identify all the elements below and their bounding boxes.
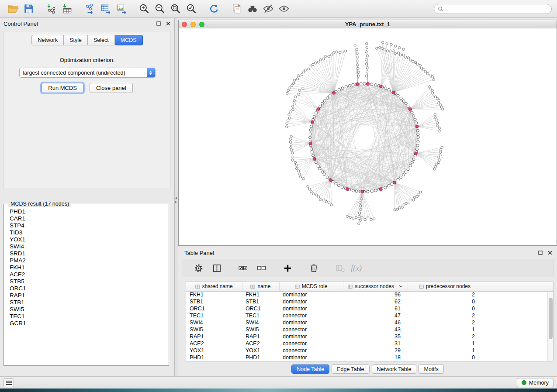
mcds-result-list[interactable]: PHD1CAR1STP4TID3YOX1SWI4SRD1PMA2FKH1ACE2… [4,205,168,365]
table-cell[interactable]: RAP1 [186,333,242,340]
search-network-button[interactable] [245,2,260,16]
refresh-layout-button[interactable] [206,2,222,16]
table-cell[interactable]: STB1 [242,298,279,305]
table-cell[interactable] [482,333,553,340]
table-cell[interactable]: 1 [408,340,482,347]
table-cell[interactable]: connector [279,326,343,333]
table-cell[interactable]: ACE2 [186,340,242,347]
table-cell[interactable]: dominator [279,291,343,298]
memory-status-button[interactable]: Memory [517,378,554,387]
column-options-icon[interactable] [195,284,200,289]
mcds-result-item[interactable]: SWI5 [10,306,168,313]
table-cell[interactable]: TEC1 [186,312,242,319]
mcds-result-item[interactable]: STB1 [10,299,168,306]
column-header-MCDS-role[interactable]: MCDS role [279,282,343,291]
table-cell[interactable]: STB1 [186,298,242,305]
table-cell[interactable]: 46 [343,319,408,326]
minimize-window-button[interactable] [190,22,196,27]
table-cell[interactable]: 1 [408,347,482,354]
zoom-fit-button[interactable] [168,2,183,16]
table-settings-button[interactable] [191,261,206,275]
table-cell[interactable]: 61 [343,305,408,312]
column-options-icon[interactable] [250,284,255,289]
export-table-button[interactable] [98,2,114,16]
table-cell[interactable] [482,305,553,312]
task-history-button[interactable] [3,378,14,387]
table-scrollbar[interactable] [547,292,553,361]
sort-chevron-icon[interactable] [399,285,403,288]
show-elements-button[interactable] [276,2,292,16]
maximize-window-button[interactable] [199,22,204,27]
splitter-collapse-icon[interactable] [175,197,177,203]
table-cell[interactable]: dominator [279,298,343,305]
network-window-titlebar[interactable]: YPA_prune.txt_1 [179,20,557,28]
run-mcds-button[interactable]: Run MCDS [42,83,83,93]
mcds-result-item[interactable]: SRD1 [10,250,168,257]
table-cell[interactable]: dominator [279,319,343,326]
zoom-selected-button[interactable] [183,2,199,16]
show-columns-button[interactable] [209,261,224,275]
table-cell[interactable]: 35 [343,333,408,340]
table-cell[interactable]: connector [279,340,343,347]
table-cell[interactable]: dominator [279,354,343,361]
table-cell[interactable]: 2 [408,333,482,340]
tab-select[interactable]: Select [88,35,115,45]
export-image-button[interactable] [114,2,129,16]
table-cell[interactable]: dominator [279,333,343,340]
table-cell[interactable]: 29 [343,347,408,354]
table-cell[interactable] [482,326,553,333]
table-cell[interactable]: PHD1 [186,354,242,361]
save-session-button[interactable] [21,2,37,16]
delete-column-button[interactable] [306,261,321,275]
select-all-rows-button[interactable] [235,261,250,275]
table-cell[interactable]: 0 [408,298,482,305]
table-row[interactable]: PHD1PHD1dominator180 [186,354,553,361]
table-cell[interactable] [482,354,553,361]
mcds-result-item[interactable]: STP4 [10,222,168,229]
table-row[interactable]: FKH1FKH1dominator962 [186,291,553,298]
table-cell[interactable]: ORC1 [186,305,242,312]
table-cell[interactable]: YOX1 [186,347,242,354]
zoom-out-button[interactable] [152,2,168,16]
table-row[interactable]: SWI5SWI5connector431 [186,326,553,333]
global-search-box[interactable] [434,4,552,14]
deselect-all-rows-button[interactable] [254,261,269,275]
float-panel-button[interactable] [156,21,161,27]
table-cell[interactable]: 0 [408,354,482,361]
column-header-predecessor-nodes[interactable]: predecessor nodes [408,282,482,291]
column-header-name[interactable]: name [242,282,279,291]
add-column-button[interactable] [280,261,295,275]
table-cell[interactable]: ORC1 [242,305,279,312]
zoom-in-button[interactable] [136,2,152,16]
open-session-button[interactable] [5,2,21,16]
column-header-shared-name[interactable]: shared name [186,282,242,291]
criterion-dropdown[interactable]: largest connected component (undirected) [19,68,156,78]
table-row[interactable]: TEC1TEC1connector472 [186,312,553,319]
column-header-successor-nodes[interactable]: successor nodes [343,282,408,291]
table-cell[interactable]: 62 [343,298,408,305]
table-cell[interactable]: 31 [343,340,408,347]
table-cell[interactable]: YOX1 [242,347,279,354]
table-cell[interactable] [482,312,553,319]
tab-style[interactable]: Style [64,35,88,45]
table-cell[interactable]: 47 [343,312,408,319]
close-table-panel-button[interactable] [547,250,553,256]
mcds-result-item[interactable]: RAP1 [10,292,168,299]
table-cell[interactable]: FKH1 [242,291,279,298]
hide-elements-button[interactable] [260,2,276,16]
column-options-icon[interactable] [348,284,353,289]
table-cell[interactable] [482,291,553,298]
table-cell[interactable]: RAP1 [242,333,279,340]
mcds-result-item[interactable]: GCR1 [10,320,168,327]
mcds-result-item[interactable]: CAR1 [10,215,168,222]
table-cell[interactable]: SWI5 [186,326,242,333]
network-graph[interactable] [179,28,557,245]
float-table-panel-button[interactable] [537,250,543,256]
share-document-button[interactable] [229,2,245,16]
table-cell[interactable]: 2 [408,291,482,298]
table-row[interactable]: RAP1RAP1dominator352 [186,333,553,340]
mcds-result-item[interactable]: ACE2 [10,271,168,278]
table-cell[interactable] [482,298,553,305]
table-row[interactable]: YOX1YOX1connector291 [186,347,553,354]
mcds-result-item[interactable]: PMA2 [10,257,168,264]
